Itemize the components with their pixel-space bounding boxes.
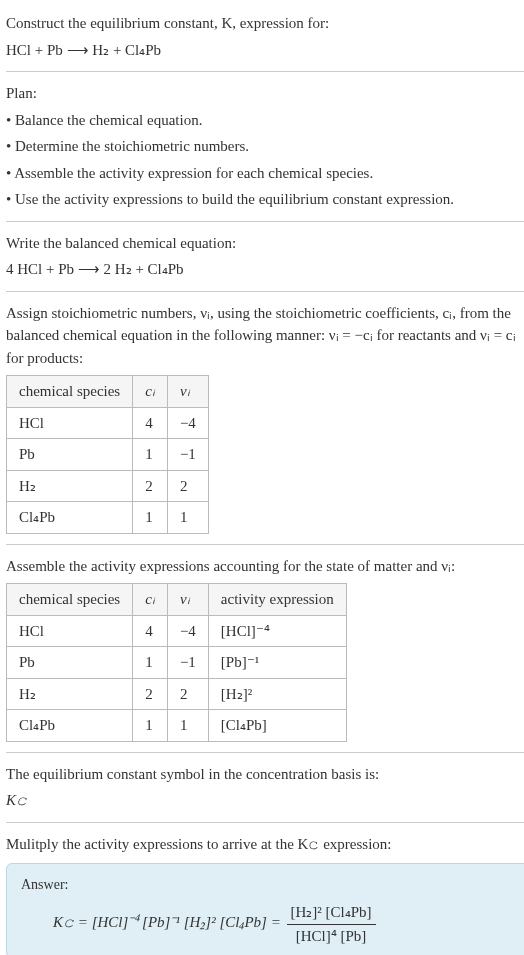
table-row: H₂ 2 2 [H₂]²: [7, 678, 347, 710]
unbalanced-reaction: HCl + Pb ⟶ H₂ + Cl₄Pb: [6, 39, 524, 62]
balanced-reaction: 4 HCl + Pb ⟶ 2 H₂ + Cl₄Pb: [6, 258, 524, 281]
cell-ci: 1: [133, 439, 168, 471]
table-row: H₂ 2 2: [7, 470, 209, 502]
assemble-text: Assemble the activity expressions accoun…: [6, 555, 524, 578]
table-row: HCl 4 −4: [7, 407, 209, 439]
cell-species: HCl: [7, 615, 133, 647]
answer-box: Answer: K𝚌 = [HCl]⁻⁴ [Pb]⁻¹ [H₂]² [Cl₄Pb…: [6, 863, 524, 955]
divider: [6, 544, 524, 545]
cell-ci: 4: [133, 615, 168, 647]
plan-item: • Use the activity expressions to build …: [6, 188, 524, 211]
table-row: Pb 1 −1 [Pb]⁻¹: [7, 647, 347, 679]
col-ci: cᵢ: [133, 376, 168, 408]
cell-species: HCl: [7, 407, 133, 439]
col-ci: cᵢ: [133, 584, 168, 616]
cell-ci: 1: [133, 710, 168, 742]
answer-lhs: K𝚌 = [HCl]⁻⁴ [Pb]⁻¹ [H₂]² [Cl₄Pb] =: [53, 914, 285, 930]
fraction-numerator: [H₂]² [Cl₄Pb]: [287, 901, 376, 925]
divider: [6, 291, 524, 292]
cell-species: H₂: [7, 678, 133, 710]
cell-species: Pb: [7, 439, 133, 471]
kc-symbol: K𝚌: [6, 789, 524, 812]
cell-vi: 2: [167, 470, 208, 502]
table-header-row: chemical species cᵢ νᵢ activity expressi…: [7, 584, 347, 616]
cell-ci: 2: [133, 470, 168, 502]
balanced-prompt: Write the balanced chemical equation:: [6, 232, 524, 255]
answer-label: Answer:: [21, 874, 515, 895]
cell-activity: [Pb]⁻¹: [208, 647, 346, 679]
cell-vi: −1: [167, 439, 208, 471]
cell-vi: −4: [167, 407, 208, 439]
answer-fraction: [H₂]² [Cl₄Pb] [HCl]⁴ [Pb]: [287, 901, 376, 947]
cell-species: Pb: [7, 647, 133, 679]
cell-species: Cl₄Pb: [7, 502, 133, 534]
table-row: HCl 4 −4 [HCl]⁻⁴: [7, 615, 347, 647]
activity-table: chemical species cᵢ νᵢ activity expressi…: [6, 583, 347, 742]
col-vi: νᵢ: [167, 584, 208, 616]
prompt-line1: Construct the equilibrium constant, K, e…: [6, 12, 524, 35]
table-row: Cl₄Pb 1 1 [Cl₄Pb]: [7, 710, 347, 742]
divider: [6, 71, 524, 72]
cell-vi: 1: [167, 710, 208, 742]
cell-vi: −4: [167, 615, 208, 647]
plan-heading: Plan:: [6, 82, 524, 105]
cell-species: H₂: [7, 470, 133, 502]
divider: [6, 822, 524, 823]
col-activity: activity expression: [208, 584, 346, 616]
multiply-text: Mulitply the activity expressions to arr…: [6, 833, 524, 856]
cell-species: Cl₄Pb: [7, 710, 133, 742]
cell-vi: 2: [167, 678, 208, 710]
divider: [6, 752, 524, 753]
cell-vi: −1: [167, 647, 208, 679]
divider: [6, 221, 524, 222]
cell-activity: [Cl₄Pb]: [208, 710, 346, 742]
table-header-row: chemical species cᵢ νᵢ: [7, 376, 209, 408]
col-vi: νᵢ: [167, 376, 208, 408]
table-row: Cl₄Pb 1 1: [7, 502, 209, 534]
table-row: Pb 1 −1: [7, 439, 209, 471]
cell-activity: [H₂]²: [208, 678, 346, 710]
cell-vi: 1: [167, 502, 208, 534]
cell-ci: 1: [133, 502, 168, 534]
cell-ci: 1: [133, 647, 168, 679]
cell-ci: 2: [133, 678, 168, 710]
cell-activity: [HCl]⁻⁴: [208, 615, 346, 647]
fraction-denominator: [HCl]⁴ [Pb]: [287, 925, 376, 948]
plan-item: • Balance the chemical equation.: [6, 109, 524, 132]
assign-text: Assign stoichiometric numbers, νᵢ, using…: [6, 302, 524, 370]
kc-basis-text: The equilibrium constant symbol in the c…: [6, 763, 524, 786]
stoich-table: chemical species cᵢ νᵢ HCl 4 −4 Pb 1 −1 …: [6, 375, 209, 534]
col-species: chemical species: [7, 376, 133, 408]
answer-expression: K𝚌 = [HCl]⁻⁴ [Pb]⁻¹ [H₂]² [Cl₄Pb] = [H₂]…: [21, 901, 515, 947]
plan-item: • Assemble the activity expression for e…: [6, 162, 524, 185]
col-species: chemical species: [7, 584, 133, 616]
cell-ci: 4: [133, 407, 168, 439]
plan-item: • Determine the stoichiometric numbers.: [6, 135, 524, 158]
